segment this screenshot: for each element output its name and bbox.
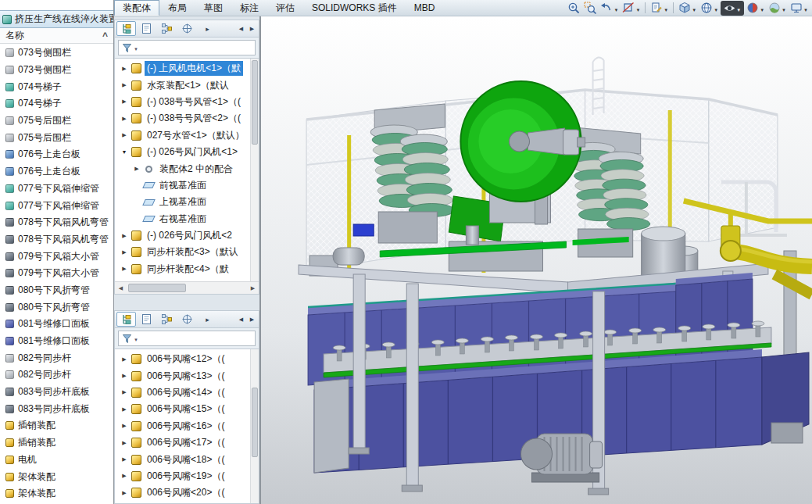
expand-arrow-icon[interactable] (120, 82, 128, 88)
displaymanager-tab[interactable] (177, 312, 197, 327)
list-item[interactable]: 电机 (0, 452, 113, 469)
vertical-scrollbar[interactable] (250, 59, 259, 281)
list-item[interactable]: 架体装配 (0, 485, 113, 502)
list-item[interactable]: 插销装配 (0, 434, 113, 452)
tree-item[interactable]: 006号风嘴<18>（( (115, 451, 250, 467)
zoom-fit-button[interactable] (566, 1, 581, 16)
tree-item[interactable]: 同步杆装配<3>（默认 (115, 244, 250, 260)
list-item[interactable]: 082号同步杆 (0, 366, 113, 384)
propertymanager-tab[interactable] (137, 312, 156, 327)
tree-item[interactable]: 027号水管<1>（默认） (115, 127, 250, 144)
list-item[interactable]: 081号维修口面板 (0, 333, 113, 350)
tree-item[interactable]: (-) 026号风门风机<2 (115, 227, 250, 244)
apply-scene-button[interactable] (767, 1, 788, 16)
list-item[interactable]: 073号侧围栏 (0, 45, 113, 62)
expand-arrow-icon[interactable] (133, 166, 141, 172)
scrollbar-thumb[interactable] (128, 284, 186, 292)
menu-tab[interactable]: 草图 (195, 0, 231, 16)
tree-item[interactable]: 006号风嘴<19>（( (115, 468, 250, 484)
panel-scroll-left-icon[interactable] (236, 21, 246, 36)
tree-item[interactable]: 006号风嘴<20>（( (115, 484, 250, 501)
next-tab-icon[interactable] (198, 312, 217, 327)
list-item[interactable]: 080号下风折弯管 (0, 298, 113, 316)
menu-tab[interactable]: MBD (406, 0, 444, 16)
filter-input[interactable] (118, 40, 256, 55)
tree-item[interactable]: 006号风嘴<13>（( (115, 367, 250, 384)
expand-arrow-icon[interactable] (120, 473, 128, 479)
expand-arrow-icon[interactable] (120, 389, 128, 395)
tree-item[interactable]: 006号风嘴<16>（( (115, 418, 250, 434)
list-item[interactable]: 078号下风箱风机弯管 (0, 214, 113, 231)
3d-viewport[interactable] (261, 16, 812, 504)
propertymanager-tab[interactable] (137, 21, 156, 36)
view-orientation-button[interactable] (677, 1, 698, 16)
list-item[interactable]: 076号上走台板 (0, 146, 113, 163)
list-item[interactable]: 077号下风箱伸缩管 (0, 197, 113, 214)
previous-view-button[interactable] (599, 1, 620, 16)
list-item[interactable]: 074号梯子 (0, 78, 113, 95)
panel-scroll-left-icon[interactable] (236, 312, 246, 327)
expand-arrow-icon[interactable] (120, 356, 128, 363)
tree-item[interactable]: 006号风嘴<17>（( (115, 434, 250, 451)
menu-tab[interactable]: 装配体 (114, 0, 159, 16)
tree-item[interactable]: (-) 026号风门风机<1> (115, 144, 250, 160)
list-item[interactable]: 079号下风箱大小管 (0, 248, 113, 265)
expand-arrow-icon[interactable] (120, 440, 128, 446)
list-item[interactable]: 081号维修口面板 (0, 316, 113, 333)
filter-dropdown-icon[interactable] (134, 333, 138, 344)
expand-arrow-icon[interactable] (120, 116, 128, 122)
list-item[interactable]: 075号后围栏 (0, 113, 113, 130)
annotation-view-button[interactable] (649, 1, 670, 16)
list-item[interactable]: 074号梯子 (0, 95, 113, 113)
list-item[interactable]: 083号同步杆底板 (0, 384, 113, 401)
featuremanager-tab[interactable] (116, 21, 136, 36)
expand-arrow-icon[interactable] (120, 249, 128, 256)
list-item[interactable]: 078号下风箱风机弯管 (0, 231, 113, 248)
assembly-model[interactable] (261, 16, 812, 504)
tree-item[interactable]: 水泵装配<1>（默认 (115, 77, 250, 93)
next-tab-icon[interactable] (198, 21, 217, 36)
edit-appearance-button[interactable] (745, 1, 766, 16)
featuremanager-tab[interactable] (116, 312, 136, 327)
section-view-button[interactable] (621, 1, 642, 16)
list-item[interactable]: 080号下风折弯管 (0, 282, 113, 299)
menu-tab[interactable]: 标注 (231, 0, 267, 16)
expand-arrow-icon[interactable] (120, 66, 128, 72)
list-item[interactable]: 082号同步杆 (0, 349, 113, 366)
configurationmanager-tab[interactable] (157, 21, 177, 36)
panel-scroll-right-icon[interactable] (247, 312, 257, 327)
tree-item[interactable]: (-) 038号号风管<2>（( (115, 110, 250, 127)
tree-item[interactable]: 006号风嘴<15>（( (115, 401, 250, 417)
expand-arrow-icon[interactable] (120, 132, 128, 138)
vertical-scrollbar[interactable] (250, 349, 259, 503)
expand-arrow-icon[interactable] (120, 490, 128, 496)
list-item[interactable]: 083号同步杆底板 (0, 400, 113, 417)
menu-tab[interactable]: 布局 (159, 0, 195, 16)
menu-tab[interactable]: SOLIDWORKS 插件 (303, 0, 406, 16)
tree-item[interactable]: 006号风嘴<12>（( (115, 351, 250, 367)
expand-arrow-icon[interactable] (120, 98, 128, 105)
list-item[interactable]: 079号下风箱大小管 (0, 265, 113, 282)
list-item[interactable]: 076号上走台板 (0, 163, 113, 181)
list-item[interactable]: 073号侧围栏 (0, 62, 113, 79)
hide-show-items-button[interactable] (721, 1, 744, 16)
list-item[interactable]: 077号下风箱伸缩管 (0, 181, 113, 198)
panel-scroll-right-icon[interactable] (247, 21, 257, 36)
scrollbar-track[interactable] (127, 282, 247, 294)
tree-item[interactable]: 006号风嘴<14>（( (115, 384, 250, 401)
tree-item[interactable]: (-) 038号号风管<1>（( (115, 94, 250, 110)
tree-item[interactable]: 上视基准面 (115, 194, 250, 210)
tree-item[interactable]: 前视基准面 (115, 177, 250, 194)
motor[interactable] (520, 434, 602, 482)
scroll-right-icon[interactable] (247, 285, 259, 291)
scroll-left-icon[interactable] (115, 285, 127, 291)
filter-dropdown-icon[interactable] (134, 42, 138, 53)
display-style-button[interactable] (699, 1, 720, 16)
filter-input[interactable] (118, 331, 256, 346)
expand-arrow-icon[interactable] (120, 266, 128, 272)
tree-item[interactable]: 装配体2 中的配合 (115, 160, 250, 177)
configurationmanager-tab[interactable] (157, 312, 177, 327)
collapse-chevron-icon[interactable] (102, 30, 108, 41)
zoom-area-button[interactable] (582, 1, 598, 16)
expand-arrow-icon[interactable] (120, 149, 128, 155)
